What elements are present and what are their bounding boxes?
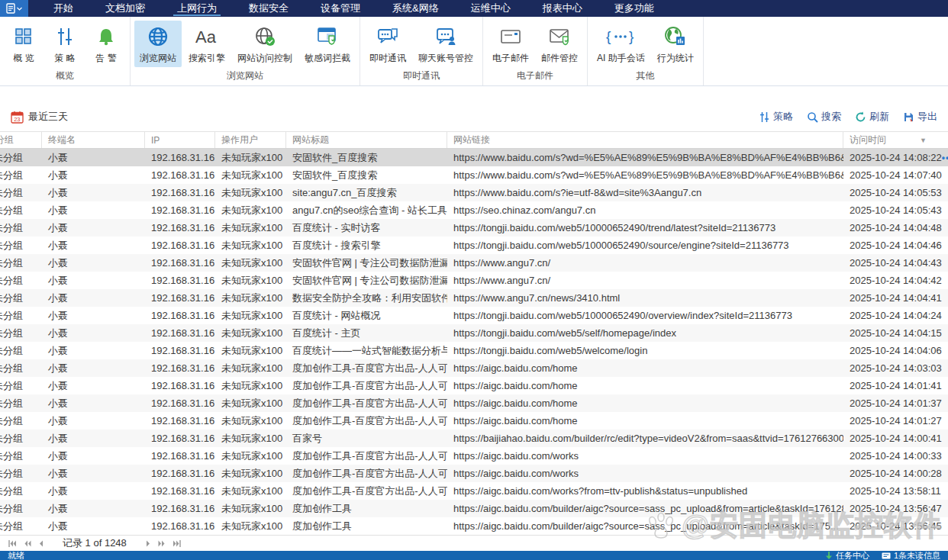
cell-terminal: 小聂 xyxy=(42,359,145,377)
menu-item-system-network[interactable]: 系统&网络 xyxy=(376,0,455,17)
ribbon-item-site-access-control[interactable]: 网站访问控制 xyxy=(232,21,298,67)
cell-terminal: 小聂 xyxy=(42,324,145,342)
search-engine-icon: Aa xyxy=(194,24,220,49)
ribbon-item-im-chat[interactable]: 即时通讯 xyxy=(364,21,411,67)
table-row[interactable]: 未分组 小聂 192.168.31.16 未知玩家x100 百度统计 - 搜索引… xyxy=(0,237,948,254)
ribbon-item-chat-account-control[interactable]: 聊天账号管控 xyxy=(413,21,479,67)
cell-ip: 192.168.31.16 xyxy=(145,272,215,289)
table-row[interactable]: 未分组 小聂 192.168.31.16 未知玩家x100 安固软件官网 | 专… xyxy=(0,254,948,272)
menu-item-doc-encrypt[interactable]: 文档加密 xyxy=(89,0,161,17)
refresh-button[interactable]: 刷新 xyxy=(855,110,889,124)
ribbon-item-policy[interactable]: 策 略 xyxy=(45,21,85,67)
ribbon-item-email[interactable]: 电子邮件 xyxy=(487,21,534,67)
column-header-user[interactable]: 操作用户 xyxy=(215,132,286,148)
table-row[interactable]: 未分组 小聂 192.168.31.16 未知玩家x100 度加创作工具 htt… xyxy=(0,500,948,517)
ribbon-item-behavior-stats[interactable]: 行为统计 xyxy=(652,21,699,67)
policy-button[interactable]: 策略 xyxy=(759,110,793,124)
menu-item-more-functions[interactable]: 更多功能 xyxy=(598,0,670,17)
cell-ip: 192.168.31.16 xyxy=(145,166,215,184)
app-menu-button[interactable] xyxy=(0,0,28,17)
cell-group: 未分组 xyxy=(0,359,42,377)
search-button[interactable]: 搜索 xyxy=(807,110,841,124)
ribbon-item-browse-site[interactable]: 浏览网站 xyxy=(134,21,182,67)
cell-link: https://tongji.baidu.com/web5/1000065249… xyxy=(447,219,843,237)
ribbon-item-alert[interactable]: 告 警 xyxy=(86,21,126,67)
cell-time: 2025-10-24 14:04:43 xyxy=(843,254,948,272)
cell-user: 未知玩家x100 xyxy=(215,377,286,394)
table-row[interactable]: 未分组 小聂 192.168.31.16 未知玩家x100 site:angu7… xyxy=(0,184,948,201)
prev-fast-icon[interactable] xyxy=(22,540,34,547)
cell-title: 百度统计——一站式智能数据分析与应用... xyxy=(286,342,447,359)
ribbon-item-sensitive-word-block[interactable]: 敏感词拦截 xyxy=(299,21,356,67)
table-row[interactable]: 未分组 小聂 192.168.31.16 未知玩家x100 百度统计——一站式智… xyxy=(0,342,948,359)
svg-text:Aa: Aa xyxy=(195,27,217,47)
next-page-icon[interactable] xyxy=(143,540,153,547)
cell-time: 2025-10-24 14:03:03 xyxy=(843,359,948,377)
cell-user: 未知玩家x100 xyxy=(215,412,286,430)
table-row[interactable]: 未分组 小聂 192.168.31.16 未知玩家x100 度加创作工具-百度官… xyxy=(0,377,948,394)
first-page-icon[interactable] xyxy=(6,540,19,547)
cell-terminal: 小聂 xyxy=(42,465,145,482)
chat-account-control-icon xyxy=(434,24,457,49)
column-header-ip[interactable]: IP xyxy=(145,132,215,148)
ribbon-item-ai-assistant[interactable]: {} AI 助手会话 xyxy=(592,21,650,67)
column-header-group[interactable]: 分组 xyxy=(0,132,42,148)
table-row[interactable]: 未分组 小聂 192.168.31.16 未知玩家x100 度加创作工具-百度官… xyxy=(0,412,948,430)
menu-item-internet-behavior[interactable]: 上网行为 xyxy=(161,0,233,17)
table-row[interactable]: 未分组 小聂 192.168.31.16 未知玩家x100 度加创作工具-百度官… xyxy=(0,394,948,412)
export-button[interactable]: 导出 xyxy=(903,110,937,124)
column-header-title[interactable]: 网站标题 xyxy=(286,132,447,148)
cell-time-value: 2025-10-24 13:58:11 xyxy=(850,485,941,497)
cell-user: 未知玩家x100 xyxy=(215,517,286,535)
column-header-time[interactable]: 访问时间▼ xyxy=(843,132,948,148)
cell-terminal: 小聂 xyxy=(42,272,145,289)
cell-ip: 192.168.31.16 xyxy=(145,359,215,377)
cell-title: 度加创作工具 xyxy=(286,517,447,535)
table-row[interactable]: 未分组 小聂 192.168.31.16 未知玩家x100 度加创作工具-百度官… xyxy=(0,447,948,465)
table-row[interactable]: 未分组 小聂 192.168.31.16 未知玩家x100 度加创作工具-百度官… xyxy=(0,359,948,377)
ribbon-item-email-control[interactable]: 邮件管控 xyxy=(536,21,583,67)
cell-title: site:angu7.cn_百度搜索 xyxy=(286,184,447,201)
prev-page-icon[interactable] xyxy=(37,540,46,547)
table-row[interactable]: 未分组 小聂 192.168.31.16 未知玩家x100 安固软件_百度搜索 … xyxy=(0,149,948,166)
menu-item-start[interactable]: 开始 xyxy=(37,0,89,17)
table-body: 未分组 小聂 192.168.31.16 未知玩家x100 安固软件_百度搜索 … xyxy=(0,149,948,535)
menu-item-report-center[interactable]: 报表中心 xyxy=(527,0,598,17)
ribbon-item-search-engine[interactable]: Aa 搜索引擎 xyxy=(183,21,231,67)
column-header-terminal[interactable]: 终端名 xyxy=(42,132,145,148)
table-row[interactable]: 未分组 小聂 192.168.31.16 未知玩家x100 安固软件_百度搜索 … xyxy=(0,166,948,184)
table-row[interactable]: 未分组 小聂 192.168.31.16 未知玩家x100 安固软件官网 | 专… xyxy=(0,272,948,289)
table-row[interactable]: 未分组 小聂 192.168.31.16 未知玩家x100 度加创作工具 htt… xyxy=(0,517,948,535)
table-header: 分组 终端名 IP 操作用户 网站标题 网站链接 访问时间▼ xyxy=(0,131,948,149)
ribbon-group-im: 即时通讯 聊天账号管控 即时通讯 xyxy=(360,17,483,85)
ribbon-group-overview: 概 览 策 略 告 警 概览 xyxy=(0,17,131,85)
last-page-icon[interactable] xyxy=(170,540,183,547)
table-row[interactable]: 未分组 小聂 192.168.31.16 未知玩家x100 百度统计 - 网站概… xyxy=(0,307,948,324)
ribbon-group-label: 即时通讯 xyxy=(360,69,482,85)
cell-group: 未分组 xyxy=(0,394,42,412)
date-filter[interactable]: 23 最近三天 xyxy=(11,110,68,124)
table-row[interactable]: 未分组 小聂 192.168.31.16 未知玩家x100 百度统计 - 主页 … xyxy=(0,324,948,342)
cell-ip: 192.168.31.16 xyxy=(145,517,215,535)
table-row[interactable]: 未分组 小聂 192.168.31.16 未知玩家x100 百家号 https:… xyxy=(0,430,948,447)
menu-item-device-management[interactable]: 设备管理 xyxy=(305,0,376,17)
menu-item-ops-center[interactable]: 运维中心 xyxy=(455,0,527,17)
sort-caret-icon[interactable]: ▼ xyxy=(920,137,927,144)
table-row[interactable]: 未分组 小聂 192.168.31.16 未知玩家x100 angu7.cn的s… xyxy=(0,201,948,219)
table-row[interactable]: 未分组 小聂 192.168.31.16 未知玩家x100 度加创作工具-百度官… xyxy=(0,465,948,482)
table-row[interactable]: 未分组 小聂 192.168.31.16 未知玩家x100 数据安全防护全攻略：… xyxy=(0,289,948,307)
cell-time: 2025-10-24 14:05:53 xyxy=(843,184,948,201)
row-more-icon[interactable]: ••• xyxy=(942,153,948,163)
task-center-button[interactable]: 任务中心 xyxy=(825,550,869,560)
ribbon-item-overview[interactable]: 概 览 xyxy=(4,21,44,67)
cell-terminal: 小聂 xyxy=(42,149,145,166)
next-fast-icon[interactable] xyxy=(156,540,167,547)
cell-group: 未分组 xyxy=(0,412,42,430)
menu-item-data-security[interactable]: 数据安全 xyxy=(233,0,305,17)
column-header-link[interactable]: 网站链接 xyxy=(447,132,843,148)
ribbon-item-label: AI 助手会话 xyxy=(597,52,645,65)
cell-time: 2025-10-24 13:56:45 xyxy=(843,517,948,535)
unread-messages-button[interactable]: 1条未读信息 xyxy=(882,550,940,560)
table-row[interactable]: 未分组 小聂 192.168.31.16 未知玩家x100 百度统计 - 实时访… xyxy=(0,219,948,237)
table-row[interactable]: 未分组 小聂 192.168.31.16 未知玩家x100 度加创作工具-百度官… xyxy=(0,482,948,500)
